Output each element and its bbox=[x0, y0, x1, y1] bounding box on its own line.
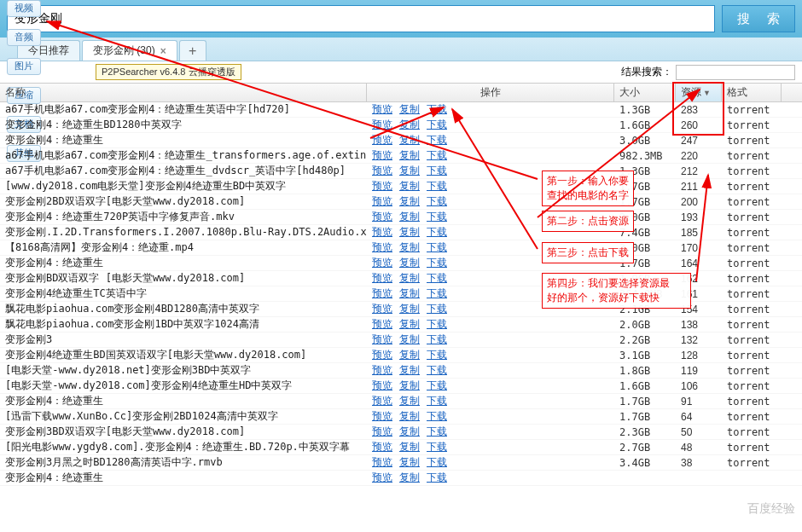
download-link[interactable]: 下载 bbox=[427, 410, 447, 422]
copy-link[interactable]: 复制 bbox=[399, 241, 420, 253]
copy-link[interactable]: 复制 bbox=[399, 211, 420, 223]
preview-link[interactable]: 预览 bbox=[372, 425, 392, 437]
download-link[interactable]: 下载 bbox=[427, 119, 447, 130]
copy-link[interactable]: 复制 bbox=[399, 364, 420, 376]
copy-link[interactable]: 复制 bbox=[399, 425, 420, 437]
preview-link[interactable]: 预览 bbox=[372, 165, 392, 176]
copy-link[interactable]: 复制 bbox=[399, 134, 420, 146]
preview-link[interactable]: 预览 bbox=[372, 410, 392, 422]
table-row[interactable]: [阳光电影www.ygdy8.com].变形金刚4：绝迹重生.BD.720p.中… bbox=[0, 440, 802, 455]
preview-link[interactable]: 预览 bbox=[372, 103, 392, 115]
copy-link[interactable]: 复制 bbox=[399, 441, 420, 453]
close-icon[interactable]: × bbox=[160, 45, 166, 57]
copy-link[interactable]: 复制 bbox=[399, 379, 420, 391]
table-row[interactable]: 飘花电影piaohua.com变形金刚1BD中英双字1024高清预览复制下载2.… bbox=[0, 317, 802, 332]
filter-2[interactable]: 音频 bbox=[7, 29, 41, 46]
preview-link[interactable]: 预览 bbox=[372, 364, 392, 376]
table-row[interactable]: 变形金刚3月黑之时BD1280高清英语中字.rmvb预览复制下载3.4GB38t… bbox=[0, 455, 802, 471]
table-row[interactable]: 飘花电影piaohua.com变形金刚4BD1280高清中英双字预览复制下载2.… bbox=[0, 302, 802, 317]
download-link[interactable]: 下载 bbox=[427, 303, 447, 315]
table-row[interactable]: [www.dy2018.com电影天堂]变形金刚4绝迹重生BD中英双字预览复制下… bbox=[0, 179, 802, 194]
preview-link[interactable]: 预览 bbox=[372, 303, 392, 315]
copy-link[interactable]: 复制 bbox=[399, 333, 420, 345]
preview-link[interactable]: 预览 bbox=[372, 349, 392, 361]
download-link[interactable]: 下载 bbox=[427, 180, 447, 192]
preview-link[interactable]: 预览 bbox=[372, 395, 392, 407]
table-row[interactable]: 【8168高清网】变形金刚4：绝迹重.mp4预览复制下载3.0GB170torr… bbox=[0, 240, 802, 256]
table-row[interactable]: 变形金刚4：绝迹重生预览复制下载1.7GB91torrent bbox=[0, 394, 802, 409]
download-link[interactable]: 下载 bbox=[427, 441, 447, 453]
table-row[interactable]: a67手机电影a67.com变形金刚4：绝迹重生_transformers.ag… bbox=[0, 148, 802, 164]
filter-1[interactable]: 视频 bbox=[7, 0, 41, 17]
table-row[interactable]: 变形金刚4：绝迹重生预览复制下载1.7GB164torrent bbox=[0, 256, 802, 271]
copy-link[interactable]: 复制 bbox=[399, 119, 420, 130]
preview-link[interactable]: 预览 bbox=[372, 257, 392, 269]
result-search-input[interactable] bbox=[676, 65, 795, 80]
copy-link[interactable]: 复制 bbox=[399, 287, 420, 299]
download-link[interactable]: 下载 bbox=[427, 257, 447, 269]
copy-link[interactable]: 复制 bbox=[399, 195, 420, 207]
preview-link[interactable]: 预览 bbox=[372, 456, 392, 468]
preview-link[interactable]: 预览 bbox=[372, 241, 392, 253]
copy-link[interactable]: 复制 bbox=[399, 257, 420, 269]
table-row[interactable]: 变形金刚2BD双语双字[电影天堂www.dy2018.com]预览复制下载1.7… bbox=[0, 194, 802, 210]
copy-link[interactable]: 复制 bbox=[399, 456, 420, 468]
table-row[interactable]: a67手机电影a67.com变形金刚4：绝迹重生英语中字[hd720]预览复制下… bbox=[0, 102, 802, 118]
download-link[interactable]: 下载 bbox=[427, 241, 447, 253]
table-row[interactable]: [电影天堂-www.dy2018.com]变形金刚4绝迹重生HD中英双字预览复制… bbox=[0, 379, 802, 394]
copy-link[interactable]: 复制 bbox=[399, 149, 420, 161]
table-row[interactable]: a67手机电影a67.com变形金刚4：绝迹重生_dvdscr_英语中字[hd4… bbox=[0, 164, 802, 179]
download-link[interactable]: 下载 bbox=[427, 149, 447, 161]
preview-link[interactable]: 预览 bbox=[372, 119, 392, 130]
preview-link[interactable]: 预览 bbox=[372, 287, 392, 299]
table-row[interactable]: 变形金刚4：绝迹重生720P英语中字修复声音.mkv预览复制下载2.0GB193… bbox=[0, 210, 802, 225]
table-row[interactable]: 变形金刚3预览复制下载2.2GB132torrent bbox=[0, 332, 802, 348]
preview-link[interactable]: 预览 bbox=[372, 333, 392, 345]
table-row[interactable]: 变形金刚4：绝迹重生预览复制下载 bbox=[0, 471, 802, 486]
table-row[interactable]: 变形金刚BD双语双字 [电影天堂www.dy2018.com]预览复制下载1.9… bbox=[0, 271, 802, 286]
copy-link[interactable]: 复制 bbox=[399, 165, 420, 176]
preview-link[interactable]: 预览 bbox=[372, 226, 392, 238]
download-link[interactable]: 下载 bbox=[427, 195, 447, 207]
col-size[interactable]: 大小 bbox=[614, 84, 676, 101]
table-row[interactable]: 变形金刚4：绝迹重生BD1280中英双字预览复制下载1.6GB260torren… bbox=[0, 118, 802, 133]
search-input[interactable] bbox=[7, 5, 715, 32]
copy-link[interactable]: 复制 bbox=[399, 471, 420, 483]
table-row[interactable]: 变形金刚4：绝迹重生预览复制下载3.0GB247torrent bbox=[0, 133, 802, 148]
download-link[interactable]: 下载 bbox=[427, 333, 447, 345]
search-button[interactable]: 搜 索 bbox=[722, 5, 795, 32]
copy-link[interactable]: 复制 bbox=[399, 272, 420, 284]
download-link[interactable]: 下载 bbox=[427, 318, 447, 330]
preview-link[interactable]: 预览 bbox=[372, 318, 392, 330]
download-link[interactable]: 下载 bbox=[427, 349, 447, 361]
download-link[interactable]: 下载 bbox=[427, 364, 447, 376]
copy-link[interactable]: 复制 bbox=[399, 226, 420, 238]
col-name[interactable]: 名称 bbox=[0, 84, 367, 101]
preview-link[interactable]: 预览 bbox=[372, 471, 392, 483]
add-tab-button[interactable]: + bbox=[179, 40, 206, 61]
download-link[interactable]: 下载 bbox=[427, 287, 447, 299]
table-row[interactable]: 变形金刚4绝迹重生BD国英双语双字[电影天堂www.dy2018.com]预览复… bbox=[0, 348, 802, 363]
preview-link[interactable]: 预览 bbox=[372, 272, 392, 284]
table-row[interactable]: [迅雷下载www.XunBo.Cc]变形金刚2BD1024高清中英双字预览复制下… bbox=[0, 409, 802, 425]
col-resource[interactable]: 资源 ▼ bbox=[676, 84, 722, 101]
table-row[interactable]: 变形金刚3BD双语双字[电影天堂www.dy2018.com]预览复制下载2.3… bbox=[0, 425, 802, 440]
copy-link[interactable]: 复制 bbox=[399, 318, 420, 330]
tab-search-result[interactable]: 变形金刚 (30) × bbox=[82, 40, 177, 61]
download-link[interactable]: 下载 bbox=[427, 425, 447, 437]
copy-link[interactable]: 复制 bbox=[399, 349, 420, 361]
col-format[interactable]: 格式 bbox=[722, 84, 782, 101]
copy-link[interactable]: 复制 bbox=[399, 103, 420, 115]
table-row[interactable]: 变形金刚.I.2D.Transformers.I.2007.1080p.Blu-… bbox=[0, 225, 802, 240]
preview-link[interactable]: 预览 bbox=[372, 149, 392, 161]
download-link[interactable]: 下载 bbox=[427, 165, 447, 176]
preview-link[interactable]: 预览 bbox=[372, 195, 392, 207]
download-link[interactable]: 下载 bbox=[427, 471, 447, 483]
download-link[interactable]: 下载 bbox=[427, 226, 447, 238]
table-row[interactable]: 变形金刚4绝迹重生TC英语中字预览复制下载364.9MB161torrent bbox=[0, 286, 802, 302]
copy-link[interactable]: 复制 bbox=[399, 395, 420, 407]
download-link[interactable]: 下载 bbox=[427, 103, 447, 115]
download-link[interactable]: 下载 bbox=[427, 379, 447, 391]
copy-link[interactable]: 复制 bbox=[399, 180, 420, 192]
col-ops[interactable]: 操作 bbox=[367, 84, 614, 101]
